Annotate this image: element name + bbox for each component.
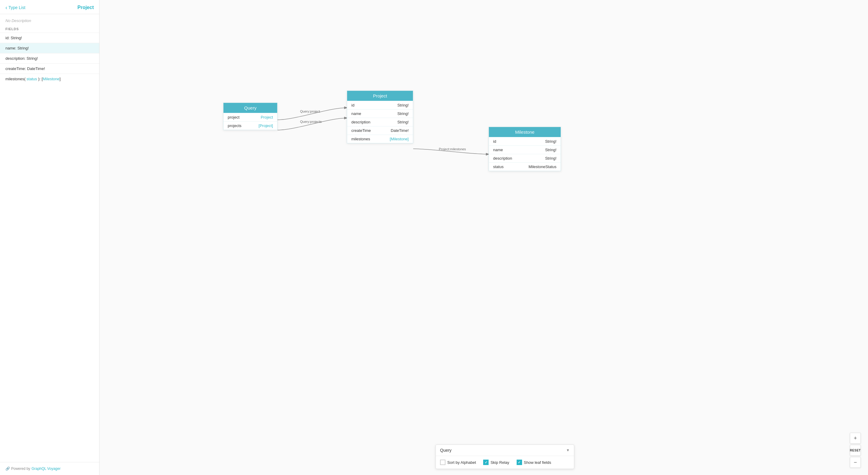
field-row[interactable]: milestones( status ): [Milestone] — [0, 73, 99, 84]
zoom-in-button[interactable]: + — [850, 433, 861, 444]
node-type: String! — [397, 103, 409, 108]
node-row[interactable]: idString! — [489, 137, 561, 145]
node-field: projects — [228, 123, 242, 128]
field-row[interactable]: createTime: DateTime! — [0, 63, 99, 73]
node-field: project — [228, 115, 240, 119]
node-row[interactable]: descriptionString! — [489, 154, 561, 162]
node-milestone[interactable]: MilestoneidString!nameString!description… — [489, 127, 561, 171]
node-row[interactable]: nameString! — [489, 145, 561, 154]
bottom-panel: Query ▼ Sort by AlphabetSkip RelayShow l… — [435, 445, 574, 469]
node-field: description — [351, 120, 370, 124]
node-type: String! — [545, 156, 556, 160]
node-field: id — [493, 139, 496, 144]
node-row[interactable]: idString! — [347, 101, 413, 109]
sidebar: Type List Project No Description FIELDS … — [0, 0, 99, 475]
field-name: description: String! — [5, 56, 38, 61]
node-field: name — [351, 111, 361, 116]
footer-icon: 🔗 — [5, 467, 10, 471]
reset-button[interactable]: RESET — [850, 445, 861, 456]
node-type: Project — [261, 115, 273, 119]
dropdown-arrow-icon[interactable]: ▼ — [566, 448, 570, 452]
node-type: DateTime! — [391, 128, 409, 133]
checkbox-show-leaf-fields[interactable] — [517, 459, 522, 465]
node-field: name — [493, 148, 503, 152]
fields-list: id: String!name: String!description: Str… — [0, 33, 99, 84]
dropdown-label: Query — [440, 448, 452, 453]
checkbox-group: Sort by Alphabet — [440, 459, 476, 465]
checkbox-label: Skip Relay — [490, 460, 509, 465]
zoom-out-button[interactable]: − — [850, 457, 861, 468]
node-header-query: Query — [223, 103, 277, 113]
node-type: MilestoneStatus — [529, 165, 557, 169]
sidebar-header: Type List Project — [0, 0, 99, 14]
field-name: name: String! — [5, 46, 29, 50]
field-row[interactable]: id: String! — [0, 33, 99, 43]
field-arg[interactable]: status — [27, 77, 37, 81]
checkbox-group: Show leaf fields — [517, 459, 551, 465]
node-type: String! — [397, 120, 409, 124]
node-row[interactable]: projectProject — [223, 113, 277, 121]
node-row[interactable]: nameString! — [347, 109, 413, 118]
node-type: String! — [397, 111, 409, 116]
node-row[interactable]: projects[Project] — [223, 121, 277, 130]
node-type: [Milestone] — [390, 137, 409, 141]
node-field: status — [493, 165, 504, 169]
checkbox-label: Sort by Alphabet — [447, 460, 476, 465]
node-header-milestone: Milestone — [489, 127, 561, 137]
field-type-link[interactable]: Milestone — [43, 77, 60, 81]
node-field: id — [351, 103, 354, 108]
field-name: createTime: DateTime! — [5, 66, 45, 71]
node-field: milestones — [351, 137, 370, 141]
node-type: [Project] — [258, 123, 273, 128]
checkbox-skip-relay[interactable] — [483, 459, 489, 465]
field-row[interactable]: name: String! — [0, 43, 99, 53]
footer-text: Powered by — [11, 467, 30, 471]
node-row[interactable]: descriptionString! — [347, 118, 413, 126]
main-canvas: QueryprojectProjectprojects[Project]Proj… — [99, 0, 868, 475]
node-row[interactable]: statusMilestoneStatus — [489, 162, 561, 171]
right-buttons: + RESET − — [850, 433, 861, 468]
checkbox-sort-by-alphabet[interactable] — [440, 459, 445, 465]
node-row[interactable]: createTimeDateTime! — [347, 126, 413, 135]
bottom-panel-body: Sort by AlphabetSkip RelayShow leaf fiel… — [436, 456, 574, 469]
node-type: String! — [545, 139, 556, 144]
node-row[interactable]: milestones[Milestone] — [347, 135, 413, 143]
node-field: createTime — [351, 128, 371, 133]
node-project[interactable]: ProjectidString!nameString!descriptionSt… — [347, 91, 413, 143]
checkbox-label: Show leaf fields — [524, 460, 551, 465]
field-row[interactable]: description: String! — [0, 53, 99, 63]
field-name: id: String! — [5, 36, 22, 40]
arrows-svg — [99, 0, 868, 475]
back-link[interactable]: Type List — [5, 5, 25, 10]
sidebar-title: Project — [78, 5, 94, 10]
fields-label: FIELDS — [0, 25, 99, 33]
node-type: String! — [545, 148, 556, 152]
bottom-panel-header: Query ▼ — [436, 445, 574, 456]
node-query[interactable]: QueryprojectProjectprojects[Project] — [223, 102, 277, 130]
node-header-project: Project — [347, 91, 413, 101]
checkbox-group: Skip Relay — [483, 459, 509, 465]
field-name: milestones( status ): [Milestone] — [5, 77, 61, 81]
sidebar-description: No Description — [0, 14, 99, 25]
node-field: description — [493, 156, 512, 160]
sidebar-footer: 🔗 Powered by GraphQL Voyager — [0, 462, 99, 475]
footer-link[interactable]: GraphQL Voyager — [31, 467, 60, 471]
